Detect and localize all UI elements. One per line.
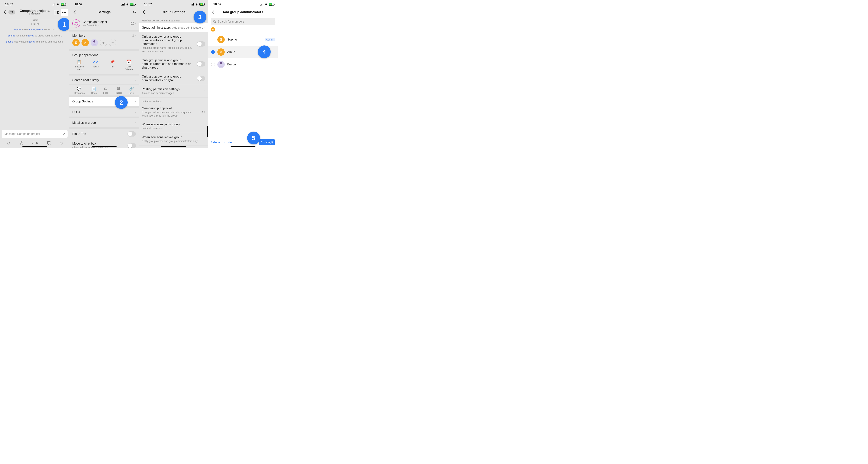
page-title: Settings bbox=[69, 10, 139, 14]
back-button[interactable] bbox=[71, 9, 77, 15]
home-indicator bbox=[22, 146, 47, 147]
page-title: Add group administrators bbox=[208, 10, 278, 14]
selected-chip[interactable]: A bbox=[211, 27, 215, 31]
expand-icon[interactable]: ⤢ bbox=[63, 132, 65, 136]
status-time: 18:57 bbox=[74, 3, 83, 6]
system-message: Sophie invited Albus, Becca to this chat… bbox=[3, 28, 66, 31]
checkbox-unchecked[interactable] bbox=[211, 63, 215, 66]
svg-rect-22 bbox=[263, 3, 263, 5]
message-input-placeholder: Message Campaign project bbox=[4, 132, 40, 136]
row-leave-notify[interactable]: When someone leaves group... Notify grou… bbox=[139, 133, 208, 146]
chat-title[interactable]: Campaign project bbox=[20, 9, 48, 12]
row-join-notify[interactable]: When someone joins group... notify all m… bbox=[139, 120, 208, 133]
row-bots[interactable]: BOTs› bbox=[69, 108, 139, 117]
wifi-icon bbox=[195, 3, 198, 6]
back-button[interactable] bbox=[2, 9, 8, 15]
filter-photos[interactable]: 🖼Photos bbox=[115, 87, 122, 94]
more-button[interactable]: ••• bbox=[61, 9, 68, 16]
member-row-sophie[interactable]: S Sophie Owner bbox=[208, 33, 278, 46]
search-icon bbox=[213, 20, 216, 23]
toggle[interactable] bbox=[197, 61, 205, 66]
svg-rect-17 bbox=[192, 4, 193, 5]
avatar: A bbox=[217, 48, 225, 56]
row-posting-permission[interactable]: Posting permission settings Anyone can s… bbox=[139, 85, 208, 98]
remove-member-button[interactable]: − bbox=[109, 39, 116, 46]
svg-rect-15 bbox=[191, 5, 191, 5]
toggle-move-chatbox[interactable] bbox=[127, 143, 136, 148]
filter-messages[interactable]: 💬Messages bbox=[74, 87, 85, 94]
qr-icon[interactable]: › bbox=[130, 22, 136, 26]
filter-docs[interactable]: 📄Docs bbox=[91, 87, 97, 94]
search-placeholder: Search for members bbox=[218, 20, 244, 23]
owner-tag: Owner bbox=[265, 38, 275, 41]
mention-icon[interactable]: @ bbox=[20, 141, 24, 145]
image-icon[interactable]: 🖼 bbox=[47, 141, 51, 145]
row-pin-top[interactable]: Pin to Top bbox=[69, 129, 139, 139]
confirm-button[interactable]: Confirm(1) bbox=[259, 139, 275, 145]
filter-files[interactable]: 🗂Files bbox=[103, 87, 108, 94]
members-count: 3 bbox=[132, 34, 134, 37]
group-name: Campaign project bbox=[83, 20, 128, 24]
svg-rect-6 bbox=[122, 4, 123, 5]
members-row[interactable]: Members 3 › bbox=[69, 31, 139, 38]
row-add-members-permission[interactable]: Only group owner and group administrator… bbox=[139, 56, 208, 72]
battery-icon: ⚡ bbox=[130, 3, 135, 6]
avatar[interactable]: A bbox=[82, 39, 89, 46]
message-input[interactable]: Message Campaign project ⤢ bbox=[2, 130, 68, 138]
status-bar: 18:57 ⚡ bbox=[208, 0, 278, 7]
svg-rect-20 bbox=[261, 4, 261, 5]
toggle[interactable] bbox=[197, 41, 205, 47]
app-tasks[interactable]: ✔✔Tasks bbox=[89, 60, 102, 71]
avatar[interactable]: S bbox=[72, 39, 80, 46]
group-info-card[interactable]: Campaign Campaign project No Description… bbox=[69, 17, 139, 30]
input-toolbar: ☺ @ OA 🖼 ⊕ bbox=[0, 141, 69, 145]
svg-rect-13 bbox=[133, 25, 133, 25]
search-input[interactable]: Search for members bbox=[211, 18, 275, 25]
checkbox-placeholder bbox=[211, 38, 215, 41]
app-announcement[interactable]: 📋Announce- ment bbox=[72, 60, 86, 71]
toggle[interactable] bbox=[197, 76, 205, 81]
system-message: Sophie has added Becca as group administ… bbox=[3, 34, 66, 37]
battery-icon: ⚡ bbox=[269, 3, 274, 6]
back-button[interactable] bbox=[141, 9, 147, 15]
unread-badge[interactable]: 29 bbox=[8, 10, 15, 14]
checkbox-checked[interactable] bbox=[211, 50, 215, 54]
system-message: Sophie has removed Becca from group admi… bbox=[3, 40, 66, 44]
add-admin-header: Add group administrators bbox=[208, 7, 278, 17]
toggle-pin-top[interactable] bbox=[127, 132, 136, 137]
battery-icon: ⚡ bbox=[199, 3, 205, 6]
app-calendar[interactable]: 📅View Calendar bbox=[122, 60, 136, 71]
svg-rect-0 bbox=[52, 5, 52, 5]
avatar[interactable] bbox=[91, 39, 98, 46]
row-membership-approval[interactable]: Membership approval If on, you will rece… bbox=[139, 104, 208, 120]
format-icon[interactable]: OA bbox=[32, 141, 38, 145]
group-applications-label: Group applications bbox=[69, 51, 139, 58]
selected-count[interactable]: Selected:1 contact bbox=[211, 141, 233, 144]
add-member-button[interactable]: + bbox=[100, 39, 107, 46]
screen-chat: 18:57 ⚡ 29 Campaign project ▸ 3 members … bbox=[0, 0, 69, 148]
back-button[interactable] bbox=[210, 9, 216, 15]
app-pin[interactable]: 📌Pin bbox=[106, 60, 119, 71]
add-icon[interactable]: ⊕ bbox=[60, 141, 63, 145]
share-icon[interactable] bbox=[132, 10, 136, 14]
callout-4: 4 bbox=[258, 46, 271, 58]
filter-links[interactable]: 🔗Links bbox=[129, 87, 134, 94]
row-edit-info-permission[interactable]: Only group owner and group administrator… bbox=[139, 32, 208, 56]
row-alias[interactable]: My alias in group› bbox=[69, 118, 139, 127]
screen-settings: 18:57 ⚡ Settings Campaign Campaign proje… bbox=[69, 0, 139, 148]
member-row-becca[interactable]: Becca bbox=[208, 58, 278, 71]
svg-rect-21 bbox=[262, 4, 262, 5]
bottom-bar: Selected:1 contact Confirm(1) bbox=[208, 139, 278, 145]
row-group-settings[interactable]: Group Settings› bbox=[69, 97, 139, 106]
row-search-history[interactable]: Search chat history› bbox=[69, 76, 139, 85]
svg-rect-19 bbox=[260, 5, 260, 5]
svg-point-14 bbox=[93, 40, 95, 42]
status-time: 18:57 bbox=[5, 3, 13, 6]
row-at-all-permission[interactable]: Only group owner and group administrator… bbox=[139, 72, 208, 85]
row-group-administrators[interactable]: Group administrators Add group administr… bbox=[139, 23, 208, 32]
emoji-icon[interactable]: ☺ bbox=[7, 141, 11, 145]
svg-rect-16 bbox=[191, 4, 192, 5]
video-call-icon[interactable] bbox=[54, 11, 59, 14]
battery-icon: ⚡ bbox=[61, 3, 66, 6]
cell-signal-icon bbox=[121, 3, 125, 5]
